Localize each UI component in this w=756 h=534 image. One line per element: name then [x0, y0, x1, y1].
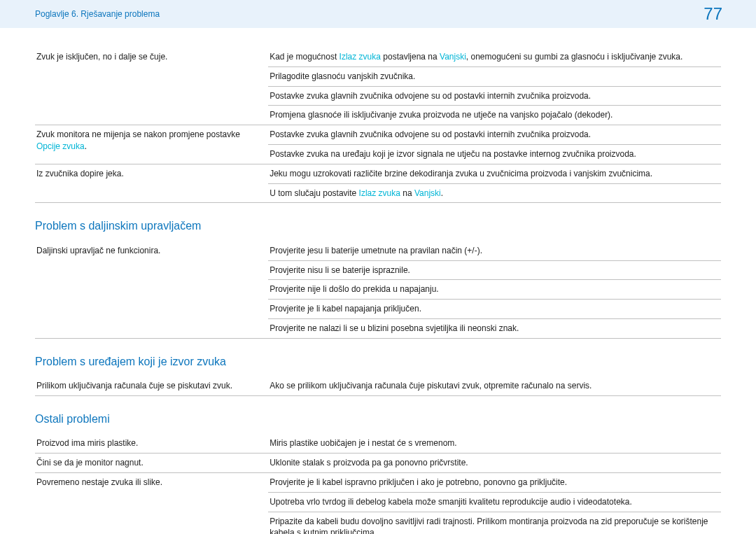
table-row: Čini se da je monitor nagnut.Uklonite st… [35, 454, 721, 473]
text-fragment: Kad je mogućnost [270, 52, 339, 62]
troubleshoot-table-source: Prilikom uključivanja računala čuje se p… [35, 377, 721, 396]
problem-cell: Zvuk monitora ne mijenja se nakon promje… [35, 125, 268, 164]
text-fragment: postavljena na [381, 52, 440, 62]
solution-cell: Prilagodite glasnoću vanjskih zvučnika. [268, 66, 721, 86]
table-row: Povremeno nestaje zvuka ili slike.Provje… [35, 472, 721, 492]
text-fragment: , onemogućeni su gumbi za glasnoću i isk… [466, 52, 683, 62]
page: Poglavlje 6. Rješavanje problema 77 Zvuk… [0, 0, 756, 534]
table-row: Daljinski upravljač ne funkcionira.Provj… [35, 241, 721, 260]
solution-cell: Provjerite je li kabel ispravno priključ… [268, 472, 721, 492]
section-title-other: Ostali problemi [35, 412, 721, 427]
text-fragment: Postavke zvuka na uređaju koji je izvor … [270, 149, 636, 159]
solution-cell: Provjerite nije li došlo do prekida u na… [268, 280, 721, 300]
troubleshoot-table-sound: Zvuk je isključen, no i dalje se čuje.Ka… [35, 48, 721, 203]
solution-cell: Kad je mogućnost Izlaz zvuka postavljena… [268, 48, 721, 66]
solution-cell: Provjerite ne nalazi li se u blizini pos… [268, 318, 721, 338]
troubleshoot-table-other: Proizvod ima miris plastike.Miris plasti… [35, 434, 721, 534]
solution-cell: Provjerite nisu li se baterije ispraznil… [268, 260, 721, 280]
solution-cell: Postavke zvuka glavnih zvučnika odvojene… [268, 86, 721, 106]
table-row: Zvuk monitora ne mijenja se nakon promje… [35, 125, 721, 145]
solution-cell: Pripazite da kabeli budu dovoljno savitl… [268, 512, 721, 534]
solution-cell: Ako se prilikom uključivanja računala ču… [268, 377, 721, 395]
section-title-source: Problem s uređajem koji je izvor zvuka [35, 354, 721, 370]
text-fragment: . [441, 188, 443, 198]
troubleshoot-table-remote: Daljinski upravljač ne funkcionira.Provj… [35, 241, 721, 339]
solution-cell: Jeku mogu uzrokovati različite brzine de… [268, 164, 721, 183]
solution-cell: Postavke zvuka na uređaju koji je izvor … [268, 144, 721, 164]
text-fragment: Jeku mogu uzrokovati različite brzine de… [270, 169, 652, 178]
table-row: Prilikom uključivanja računala čuje se p… [35, 377, 721, 395]
text-fragment: Zvuk monitora ne mijenja se nakon promje… [36, 129, 240, 139]
problem-cell: Povremeno nestaje zvuka ili slike. [35, 472, 268, 534]
solution-cell: Upotreba vrlo tvrdog ili debelog kabela … [268, 492, 721, 512]
content: Zvuk je isključen, no i dalje se čuje.Ka… [0, 28, 756, 534]
page-number: 77 [704, 2, 739, 26]
header-bar: Poglavlje 6. Rješavanje problema 77 [0, 0, 756, 28]
text-fragment: Izlaz zvuka [340, 52, 381, 62]
text-fragment: Postavke zvuka glavnih zvučnika odvojene… [270, 91, 591, 101]
text-fragment: Vanjski [440, 52, 466, 62]
solution-cell: Uklonite stalak s proizvoda pa ga ponovn… [268, 454, 721, 473]
text-fragment: Opcije zvuka [36, 141, 85, 151]
problem-cell: Prilikom uključivanja računala čuje se p… [35, 377, 268, 395]
problem-cell: Proizvod ima miris plastike. [35, 434, 268, 453]
problem-cell: Daljinski upravljač ne funkcionira. [35, 241, 268, 338]
text-fragment: Izlaz zvuka [359, 188, 400, 198]
table-row: Proizvod ima miris plastike.Miris plasti… [35, 434, 721, 453]
solution-cell: Miris plastike uobičajen je i nestat će … [268, 434, 721, 453]
table-row: Iz zvučnika dopire jeka.Jeku mogu uzroko… [35, 164, 721, 183]
problem-cell: Čini se da je monitor nagnut. [35, 454, 268, 473]
breadcrumb: Poglavlje 6. Rješavanje problema [35, 8, 160, 20]
text-fragment: Prilagodite glasnoću vanjskih zvučnika. [270, 71, 415, 81]
text-fragment: U tom slučaju postavite [270, 188, 358, 198]
text-fragment: na [400, 188, 414, 198]
solution-cell: Provjerite jesu li baterije umetnute na … [268, 241, 721, 260]
solution-cell: Promjena glasnoće ili isključivanje zvuk… [268, 106, 721, 125]
text-fragment: Promjena glasnoće ili isključivanje zvuk… [270, 110, 612, 120]
problem-cell: Zvuk je isključen, no i dalje se čuje. [35, 48, 268, 125]
solution-cell: Provjerite je li kabel napajanja priklju… [268, 300, 721, 319]
text-fragment: Postavke zvuka glavnih zvučnika odvojene… [270, 129, 591, 139]
section-title-remote: Problem s daljinskim upravljačem [35, 218, 721, 234]
text-fragment: Vanjski [414, 188, 441, 198]
text-fragment: . [85, 141, 87, 151]
problem-cell: Iz zvučnika dopire jeka. [35, 164, 268, 203]
solution-cell: U tom slučaju postavite Izlaz zvuka na V… [268, 183, 721, 203]
solution-cell: Postavke zvuka glavnih zvučnika odvojene… [268, 125, 721, 145]
table-row: Zvuk je isključen, no i dalje se čuje.Ka… [35, 48, 721, 66]
